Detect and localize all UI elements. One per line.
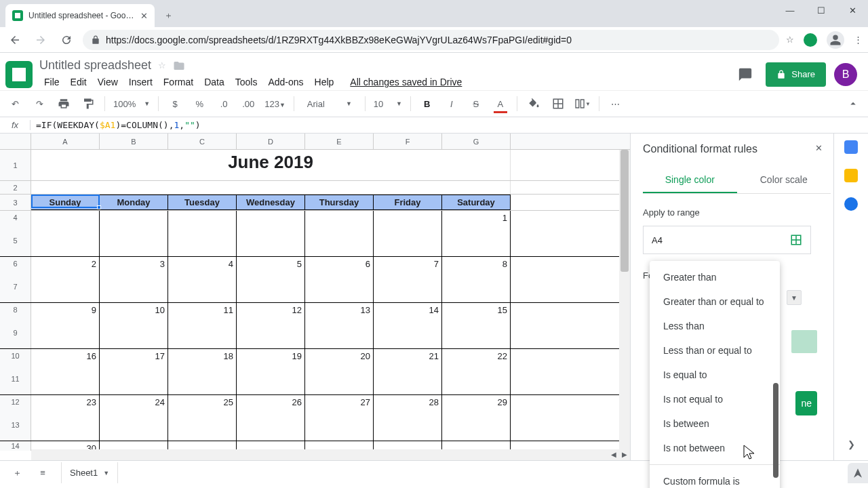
font-selector[interactable]: Arial▼ <box>302 96 357 112</box>
row-header[interactable]: 11 <box>0 363 31 394</box>
bold-button[interactable]: B <box>419 96 435 112</box>
date-cell[interactable]: 3 <box>100 257 168 270</box>
date-cell[interactable]: 23 <box>31 395 100 409</box>
date-cell[interactable]: 8 <box>442 257 511 270</box>
star-icon[interactable]: ☆ <box>158 60 166 70</box>
dd-item[interactable]: Less than <box>650 314 780 338</box>
new-tab-button[interactable]: ＋ <box>159 6 178 25</box>
decrease-decimal-icon[interactable]: .0 <box>216 96 232 112</box>
font-size-selector[interactable]: 10▼ <box>374 99 402 109</box>
row-header[interactable]: 2 <box>0 181 31 194</box>
cell[interactable] <box>100 363 168 394</box>
cell[interactable] <box>374 409 442 441</box>
row-header[interactable]: 9 <box>0 317 31 348</box>
col-header[interactable]: B <box>100 134 168 149</box>
date-cell[interactable]: 22 <box>442 349 511 363</box>
cell[interactable] <box>374 270 442 302</box>
date-cell[interactable]: 12 <box>237 303 305 317</box>
date-cell[interactable]: 17 <box>100 349 168 363</box>
undo-icon[interactable]: ↶ <box>7 96 23 112</box>
menu-view[interactable]: View <box>93 74 123 90</box>
cell[interactable] <box>442 224 511 256</box>
profile-icon[interactable] <box>827 31 844 49</box>
minimize-icon[interactable]: — <box>774 0 806 20</box>
day-header[interactable]: Thursday <box>305 195 374 210</box>
date-cell[interactable]: 14 <box>374 303 442 317</box>
date-cell[interactable]: 25 <box>168 395 237 409</box>
url-field[interactable]: https://docs.google.com/spreadsheets/d/1… <box>83 30 779 50</box>
cell[interactable] <box>305 409 374 441</box>
keep-addon-icon[interactable] <box>844 169 858 182</box>
col-header[interactable]: C <box>168 134 237 149</box>
date-cell[interactable]: 21 <box>374 349 442 363</box>
dd-item[interactable]: Is equal to <box>650 363 780 387</box>
date-cell[interactable] <box>305 211 374 224</box>
explore-button[interactable] <box>848 463 868 483</box>
date-cell[interactable] <box>374 211 442 224</box>
menu-tools[interactable]: Tools <box>231 74 262 90</box>
day-header[interactable]: Monday <box>100 195 168 210</box>
cell[interactable] <box>442 363 511 394</box>
dd-item[interactable]: Custom formula is <box>650 469 780 488</box>
cell[interactable] <box>100 317 168 348</box>
date-cell[interactable]: 13 <box>305 303 374 317</box>
day-header[interactable]: Friday <box>374 195 442 210</box>
date-cell[interactable]: 7 <box>374 257 442 270</box>
show-side-panel-icon[interactable]: ❯ <box>848 439 855 449</box>
date-cell[interactable]: 5 <box>237 257 305 270</box>
fill-color-button[interactable] <box>526 96 542 112</box>
date-cell[interactable]: 15 <box>442 303 511 317</box>
row-header[interactable]: 8 <box>0 303 31 317</box>
row-header[interactable]: 10 <box>0 349 31 363</box>
account-avatar[interactable]: B <box>834 63 857 86</box>
date-cell[interactable]: 1 <box>442 211 511 224</box>
date-cell[interactable]: 26 <box>237 395 305 409</box>
date-cell[interactable]: 24 <box>100 395 168 409</box>
menu-file[interactable]: File <box>39 74 64 90</box>
date-cell[interactable]: 20 <box>305 349 374 363</box>
close-panel-icon[interactable]: ✕ <box>815 143 823 153</box>
cell[interactable] <box>374 224 442 256</box>
cell[interactable] <box>305 363 374 394</box>
cell[interactable] <box>31 181 511 194</box>
date-cell[interactable]: 9 <box>31 303 100 317</box>
date-cell[interactable]: 6 <box>305 257 374 270</box>
cell[interactable] <box>168 317 237 348</box>
print-icon[interactable] <box>56 96 72 112</box>
merge-cells-button[interactable]: ▼ <box>574 96 591 112</box>
close-tab-icon[interactable]: ✕ <box>140 11 148 21</box>
date-cell[interactable]: 18 <box>168 349 237 363</box>
done-button[interactable]: ne <box>795 391 817 415</box>
cell[interactable] <box>374 363 442 394</box>
increase-decimal-icon[interactable]: .00 <box>240 96 256 112</box>
cell[interactable] <box>168 409 237 441</box>
calendar-addon-icon[interactable] <box>844 140 858 154</box>
collapse-toolbar-icon[interactable] <box>845 96 861 112</box>
cell[interactable] <box>442 317 511 348</box>
row-header[interactable]: 4 <box>0 211 31 224</box>
text-color-button[interactable]: A <box>492 96 509 112</box>
menu-edit[interactable]: Edit <box>66 74 92 90</box>
cell[interactable] <box>100 409 168 441</box>
date-cell[interactable] <box>168 211 237 224</box>
redo-icon[interactable]: ↷ <box>31 96 47 112</box>
fx-icon[interactable]: fx <box>0 120 31 130</box>
vertical-scrollbar[interactable] <box>619 150 630 449</box>
formula-input[interactable]: =IF(WEEKDAY($A1)=COLUMN(),1,"") <box>31 120 201 130</box>
all-sheets-button[interactable]: ≡ <box>35 468 50 478</box>
tasks-addon-icon[interactable] <box>844 197 858 211</box>
back-button[interactable] <box>5 30 24 49</box>
extension-icon[interactable] <box>804 33 817 47</box>
cell[interactable] <box>374 317 442 348</box>
dropdown-scrollbar[interactable] <box>773 383 778 478</box>
cell[interactable] <box>237 224 305 256</box>
move-folder-icon[interactable] <box>173 60 185 72</box>
day-header[interactable]: Saturday <box>442 195 511 210</box>
sheet-tab[interactable]: Sheet1 ▼ <box>61 462 118 483</box>
zoom-selector[interactable]: 100% <box>113 99 136 109</box>
col-header[interactable]: D <box>237 134 305 149</box>
menu-addons[interactable]: Add-ons <box>263 74 308 90</box>
dd-item[interactable]: Greater than <box>650 265 780 289</box>
date-cell[interactable] <box>100 211 168 224</box>
cell[interactable] <box>237 409 305 441</box>
